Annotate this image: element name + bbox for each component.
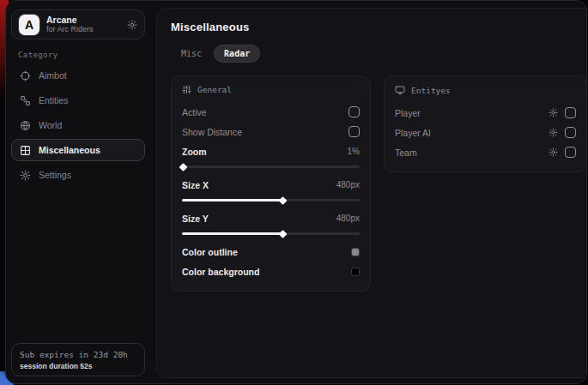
zoom-label: Zoom bbox=[182, 147, 207, 157]
size-x-row: Size X 480px bbox=[182, 176, 360, 194]
player-ai-row: Player AI bbox=[395, 123, 576, 141]
gear-icon[interactable] bbox=[127, 20, 137, 30]
sidebar-item-label: World bbox=[39, 120, 62, 130]
color-outline-label: Color outline bbox=[182, 247, 238, 257]
brand-subtitle: for Arc Riders bbox=[46, 25, 120, 33]
gear-icon bbox=[20, 170, 31, 181]
size-y-value: 480px bbox=[336, 214, 360, 223]
entities-panel: Entityes Player P bbox=[384, 75, 587, 172]
sidebar-item-label: Entities bbox=[39, 95, 68, 105]
session-duration-text: session duration 52s bbox=[20, 362, 136, 370]
app-window: A Arcane for Arc Riders Category bbox=[5, 0, 587, 384]
active-label: Active bbox=[182, 107, 207, 117]
color-outline-row: Color outline bbox=[182, 243, 360, 261]
sidebar: A Arcane for Arc Riders Category bbox=[6, 1, 150, 383]
sidebar-item-label: Miscellaneous bbox=[39, 145, 100, 155]
sidebar-item-miscellaneous[interactable]: Miscellaneous bbox=[11, 139, 145, 161]
player-ai-checkbox[interactable] bbox=[565, 127, 576, 138]
size-y-slider[interactable] bbox=[182, 232, 360, 235]
sidebar-nav: Aimbot Entities World bbox=[11, 64, 145, 186]
tab-misc[interactable]: Misc bbox=[171, 45, 212, 63]
size-y-slider-thumb[interactable] bbox=[279, 230, 288, 238]
gear-icon[interactable] bbox=[549, 108, 558, 117]
subscription-card: Sub expires in 23d 20h session duration … bbox=[11, 343, 145, 376]
gear-icon[interactable] bbox=[549, 128, 558, 137]
general-panel-title: General bbox=[197, 85, 232, 94]
tab-bar: Misc Radar bbox=[171, 45, 587, 63]
player-row: Player bbox=[395, 104, 576, 122]
team-checkbox[interactable] bbox=[565, 147, 576, 158]
page-title: Miscellaneous bbox=[171, 21, 587, 33]
show-distance-checkbox[interactable] bbox=[349, 126, 360, 137]
globe-icon bbox=[20, 120, 31, 131]
show-distance-row: Show Distance bbox=[182, 123, 360, 141]
zoom-slider-thumb[interactable] bbox=[179, 163, 188, 171]
color-background-row: Color background bbox=[182, 262, 360, 280]
category-label: Category bbox=[18, 51, 145, 59]
player-ai-label: Player AI bbox=[395, 128, 431, 138]
team-row: Team bbox=[395, 143, 576, 161]
brand-name: Arcane bbox=[46, 15, 120, 25]
sidebar-item-label: Aimbot bbox=[39, 70, 67, 81]
brand-card[interactable]: A Arcane for Arc Riders bbox=[11, 9, 145, 39]
size-x-slider[interactable] bbox=[182, 199, 360, 202]
zoom-value: 1% bbox=[348, 147, 360, 156]
player-checkbox[interactable] bbox=[565, 107, 576, 118]
monitor-icon bbox=[395, 85, 405, 95]
size-x-value: 480px bbox=[336, 180, 360, 189]
entities-panel-title: Entityes bbox=[411, 86, 451, 95]
zoom-slider[interactable] bbox=[182, 165, 360, 168]
sidebar-item-aimbot[interactable]: Aimbot bbox=[11, 64, 145, 87]
size-y-row: Size Y 480px bbox=[182, 209, 360, 227]
active-checkbox[interactable] bbox=[349, 106, 360, 117]
color-background-label: Color background bbox=[182, 267, 259, 277]
sidebar-item-world[interactable]: World bbox=[11, 114, 145, 136]
show-distance-label: Show Distance bbox=[182, 127, 242, 137]
scatter-icon bbox=[20, 95, 31, 106]
size-y-label: Size Y bbox=[182, 214, 209, 224]
sidebar-item-entities[interactable]: Entities bbox=[11, 89, 145, 111]
grid-icon bbox=[20, 145, 31, 156]
active-row: Active bbox=[182, 103, 360, 121]
gear-icon[interactable] bbox=[549, 147, 558, 157]
tab-radar[interactable]: Radar bbox=[214, 45, 260, 63]
color-outline-swatch[interactable] bbox=[351, 248, 360, 256]
general-panel: General Active Show Distance Zoom 1% bbox=[171, 75, 371, 292]
team-label: Team bbox=[395, 147, 417, 158]
size-x-slider-thumb[interactable] bbox=[279, 196, 288, 205]
sub-expires-text: Sub expires in 23d 20h bbox=[20, 350, 136, 359]
main-panel: Miscellaneous Misc Radar General Active bbox=[156, 8, 587, 378]
sliders-icon bbox=[182, 85, 191, 94]
player-label: Player bbox=[395, 108, 421, 118]
zoom-row: Zoom 1% bbox=[182, 142, 360, 160]
sidebar-item-settings[interactable]: Settings bbox=[11, 164, 145, 186]
sidebar-item-label: Settings bbox=[39, 170, 71, 180]
size-x-label: Size X bbox=[182, 180, 209, 190]
brand-logo: A bbox=[19, 15, 39, 35]
color-background-swatch[interactable] bbox=[351, 268, 360, 276]
crosshair-icon bbox=[20, 70, 31, 81]
